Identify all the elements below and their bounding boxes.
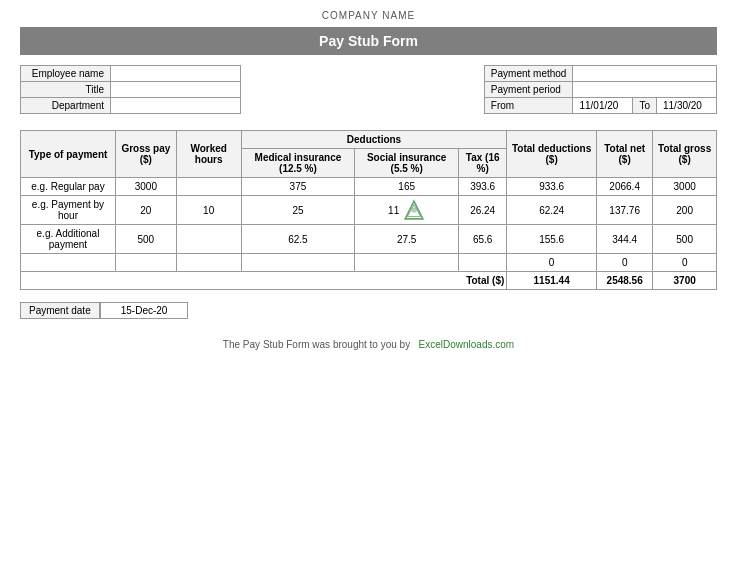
table-row: e.g. Payment by hour2010251126.2462.2413… xyxy=(21,196,717,225)
table-row: e.g. Additional payment50062.527.565.615… xyxy=(21,225,717,254)
table-row: e.g. Regular pay3000375165393.6933.62066… xyxy=(21,178,717,196)
payment-method-value[interactable] xyxy=(573,66,717,82)
table-cell: 2066.4 xyxy=(597,178,653,196)
employee-fields: Employee name Title Department xyxy=(20,65,241,114)
table-cell: 65.6 xyxy=(459,225,507,254)
header-section: Employee name Title Department Payment m… xyxy=(20,65,717,114)
date-range-row: From 11/01/20 To 11/30/20 xyxy=(484,98,716,114)
table-cell: 62.5 xyxy=(241,225,355,254)
payment-date-section: Payment date 15-Dec-20 xyxy=(20,302,717,319)
title-label: Title xyxy=(21,82,111,98)
table-cell: 27.5 xyxy=(355,225,459,254)
employee-name-value[interactable] xyxy=(111,66,241,82)
table-cell: 25 xyxy=(241,196,355,225)
payment-method-label: Payment method xyxy=(484,66,573,82)
table-cell xyxy=(176,254,241,272)
department-label: Department xyxy=(21,98,111,114)
table-cell: e.g. Additional payment xyxy=(21,225,116,254)
employee-name-label: Employee name xyxy=(21,66,111,82)
table-cell: 3000 xyxy=(653,178,717,196)
col-gross: Gross pay ($) xyxy=(115,131,176,178)
to-label: To xyxy=(633,98,657,114)
col-deductions: Deductions xyxy=(241,131,507,149)
table-cell xyxy=(459,254,507,272)
title-row: Title xyxy=(21,82,241,98)
col-medical: Medical insurance (12.5 %) xyxy=(241,149,355,178)
total-deductions: 1151.44 xyxy=(507,272,597,290)
col-total-ded: Total deductions ($) xyxy=(507,131,597,178)
payment-fields: Payment method Payment period From 11/01… xyxy=(484,65,717,114)
table-cell: 3000 xyxy=(115,178,176,196)
table-cell xyxy=(241,254,355,272)
table-cell: 500 xyxy=(115,225,176,254)
total-label: Total ($) xyxy=(21,272,507,290)
table-cell: 26.24 xyxy=(459,196,507,225)
payment-method-row: Payment method xyxy=(484,66,716,82)
total-net: 2548.56 xyxy=(597,272,653,290)
to-date[interactable]: 11/30/20 xyxy=(657,98,717,114)
department-value[interactable] xyxy=(111,98,241,114)
table-cell: 500 xyxy=(653,225,717,254)
table-cell: e.g. Payment by hour xyxy=(21,196,116,225)
table-cell xyxy=(355,254,459,272)
from-date[interactable]: 11/01/20 xyxy=(573,98,633,114)
table-cell: 393.6 xyxy=(459,178,507,196)
table-cell xyxy=(176,225,241,254)
col-tax: Tax (16 %) xyxy=(459,149,507,178)
page-title: Pay Stub Form xyxy=(20,27,717,55)
table-cell: 10 xyxy=(176,196,241,225)
svg-point-2 xyxy=(411,207,417,213)
table-cell: 165 xyxy=(355,178,459,196)
col-social: Social insurance (5.5 %) xyxy=(355,149,459,178)
table-cell: 344.4 xyxy=(597,225,653,254)
table-cell: 375 xyxy=(241,178,355,196)
table-cell: 0 xyxy=(653,254,717,272)
table-cell: 0 xyxy=(507,254,597,272)
table-row: 000 xyxy=(21,254,717,272)
table-cell: 11 xyxy=(355,196,459,225)
payment-period-label: Payment period xyxy=(484,82,573,98)
table-cell: 20 xyxy=(115,196,176,225)
company-name: COMPANY NAME xyxy=(20,10,717,21)
header-row-1: Type of payment Gross pay ($) Worked hou… xyxy=(21,131,717,149)
payment-period-value xyxy=(573,82,717,98)
total-gross: 3700 xyxy=(653,272,717,290)
col-type: Type of payment xyxy=(21,131,116,178)
table-cell: 0 xyxy=(597,254,653,272)
department-row: Department xyxy=(21,98,241,114)
table-cell: e.g. Regular pay xyxy=(21,178,116,196)
table-cell xyxy=(21,254,116,272)
from-label: From xyxy=(484,98,573,114)
payment-date-label: Payment date xyxy=(20,302,100,319)
employee-name-row: Employee name xyxy=(21,66,241,82)
footer-link[interactable]: ExcelDownloads.com xyxy=(419,339,515,350)
payment-date-value[interactable]: 15-Dec-20 xyxy=(100,302,189,319)
table-cell xyxy=(176,178,241,196)
col-total-net: Total net ($) xyxy=(597,131,653,178)
table-cell: 200 xyxy=(653,196,717,225)
col-total-gross: Total gross ($) xyxy=(653,131,717,178)
table-cell: 933.6 xyxy=(507,178,597,196)
table-cell: 62.24 xyxy=(507,196,597,225)
col-worked: Worked hours xyxy=(176,131,241,178)
total-row: Total ($) 1151.44 2548.56 3700 xyxy=(21,272,717,290)
footer-text: The Pay Stub Form was brought to you by xyxy=(223,339,410,350)
title-value[interactable] xyxy=(111,82,241,98)
table-cell xyxy=(115,254,176,272)
footer: The Pay Stub Form was brought to you by … xyxy=(20,339,717,350)
table-cell: 155.6 xyxy=(507,225,597,254)
pay-stub-table: Type of payment Gross pay ($) Worked hou… xyxy=(20,130,717,290)
table-cell: 137.76 xyxy=(597,196,653,225)
payment-period-row: Payment period xyxy=(484,82,716,98)
